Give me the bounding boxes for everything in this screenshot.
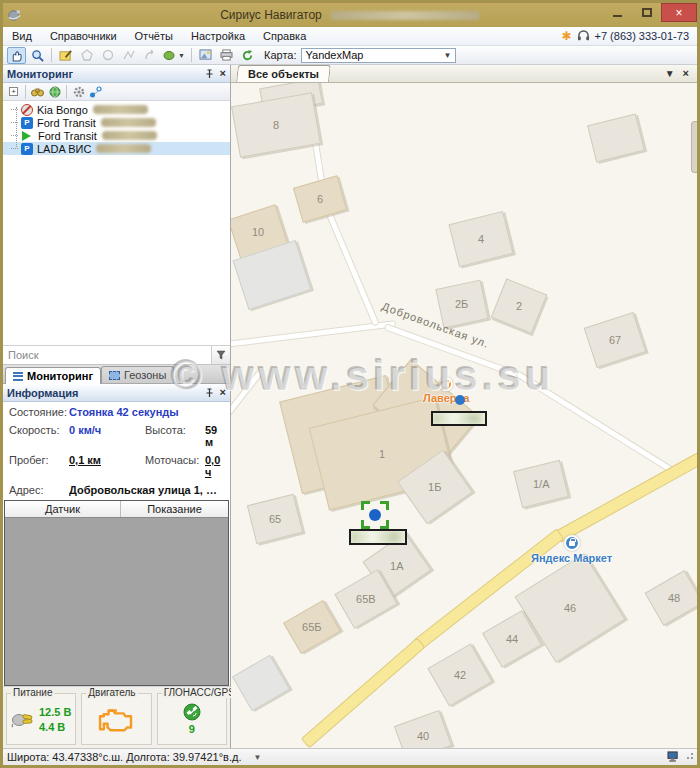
map-edit-icon bbox=[59, 49, 73, 62]
building-number: 67 bbox=[609, 334, 621, 346]
speed-value: 0 км/ч bbox=[69, 424, 145, 448]
map-building-65Б: 65Б bbox=[283, 600, 341, 654]
pan-tool-button[interactable] bbox=[7, 47, 26, 64]
building-number: 40 bbox=[417, 730, 429, 742]
tab-all-objects-label: Все объекты bbox=[248, 68, 319, 80]
tab-geozones[interactable]: Геозоны bbox=[101, 366, 174, 383]
vehicle-row[interactable]: Ford Transit bbox=[3, 129, 230, 142]
map-building-65: 65 bbox=[247, 494, 303, 544]
tree-settings-button[interactable] bbox=[70, 84, 87, 99]
zoom-tool-button[interactable] bbox=[28, 47, 47, 64]
pin-icon[interactable] bbox=[205, 388, 214, 398]
status-dropdown-icon[interactable]: ▼ bbox=[253, 753, 261, 762]
vehicle-plate-label[interactable] bbox=[431, 411, 487, 426]
column-sensor[interactable]: Датчик bbox=[5, 501, 121, 517]
poi-yandex-market-label: Яндекс Маркет bbox=[531, 552, 612, 564]
menu-bar: ВидСправочникиОтчётыНастройкаСправка ✱ +… bbox=[3, 27, 697, 46]
map-provider-select[interactable]: YandexMap ▼ bbox=[301, 48, 456, 63]
toolbar-separator bbox=[66, 85, 67, 99]
expand-icon: + bbox=[9, 87, 18, 96]
support-phone: +7 (863) 333-01-73 bbox=[595, 30, 689, 42]
vehicle-dot-marker[interactable] bbox=[455, 395, 465, 405]
building-number: 48 bbox=[668, 592, 680, 604]
building-number: 46 bbox=[564, 602, 576, 614]
mileage-label: Пробег: bbox=[9, 454, 69, 478]
map-building-40: 40 bbox=[394, 710, 452, 748]
hours-value-link[interactable]: 0,0 ч bbox=[205, 454, 224, 478]
tab-geozones-label: Геозоны bbox=[124, 369, 166, 381]
show-on-map-button[interactable] bbox=[46, 84, 63, 99]
save-map-image-button[interactable] bbox=[196, 47, 215, 64]
minimize-button[interactable] bbox=[603, 3, 632, 22]
vehicle-name: Kia Bongo bbox=[37, 104, 88, 116]
vehicle-status-icon-parked: P bbox=[21, 117, 33, 129]
expand-all-button[interactable]: + bbox=[5, 84, 22, 99]
state-value: Стоянка 42 секунды bbox=[69, 406, 224, 418]
main-toolbar: ▼ Карта: YandexMap ▼ bbox=[3, 46, 697, 65]
menu-item-отчёты[interactable]: Отчёты bbox=[126, 28, 182, 44]
vehicle-row[interactable]: PFord Transit bbox=[3, 116, 230, 129]
map-canvas[interactable]: 861042Б26711Б1/А651А65В65Б4644484240Добр… bbox=[231, 83, 697, 748]
maximize-button[interactable] bbox=[632, 3, 661, 22]
add-polyline-button[interactable] bbox=[119, 47, 138, 64]
vehicle-row[interactable]: PLADA ВИС bbox=[3, 142, 230, 155]
close-button[interactable]: × bbox=[661, 3, 697, 22]
print-button[interactable] bbox=[217, 47, 236, 64]
map-tab-close-icon[interactable]: × bbox=[683, 68, 689, 79]
gps-gauge-label: ГЛОНАСС/GPS bbox=[162, 687, 237, 698]
zone-style-dropdown[interactable]: ▼ bbox=[161, 47, 187, 64]
route-track-icon bbox=[89, 86, 102, 98]
menu-item-настройка[interactable]: Настройка bbox=[182, 28, 254, 44]
left-tabs: Мониторинг Геозоны bbox=[3, 365, 230, 384]
refresh-button[interactable] bbox=[238, 47, 257, 64]
building-number: 4 bbox=[478, 233, 484, 245]
selected-vehicle-marker[interactable] bbox=[361, 501, 389, 529]
add-route-zone-button[interactable] bbox=[140, 47, 159, 64]
altitude-value: 59 м bbox=[205, 424, 224, 448]
tab-list-dropdown-icon[interactable]: ▼ bbox=[665, 68, 675, 79]
sensors-table-header: Датчик Показание bbox=[5, 501, 228, 518]
green-zone-icon bbox=[163, 50, 177, 61]
map-building-48: 48 bbox=[645, 570, 697, 626]
monitoring-panel-header: Мониторинг × bbox=[3, 65, 230, 83]
poi-yandex-market[interactable]: Яндекс Маркет bbox=[531, 535, 612, 564]
panel-close-icon[interactable]: × bbox=[220, 68, 226, 79]
toolbar-separator bbox=[25, 85, 26, 99]
edit-map-button[interactable] bbox=[56, 47, 75, 64]
curve-icon bbox=[144, 49, 156, 61]
menu-item-справка[interactable]: Справка bbox=[254, 28, 315, 44]
menu-item-вид[interactable]: Вид bbox=[3, 28, 41, 44]
selection-bracket bbox=[361, 501, 370, 510]
resize-grip[interactable] bbox=[685, 753, 693, 761]
tab-all-objects[interactable]: Все объекты bbox=[236, 65, 331, 82]
mileage-value-link[interactable]: 0,1 км bbox=[69, 454, 145, 478]
search-filter-button[interactable] bbox=[211, 346, 230, 364]
tab-monitoring[interactable]: Мониторинг bbox=[5, 367, 101, 384]
add-circle-zone-button[interactable] bbox=[98, 47, 117, 64]
menu-item-справочники[interactable]: Справочники bbox=[41, 28, 126, 44]
filter-icon bbox=[216, 350, 226, 360]
find-vehicle-button[interactable] bbox=[29, 84, 46, 99]
title-bar[interactable]: Сириус Навигатор × bbox=[3, 3, 697, 27]
headset-icon[interactable] bbox=[577, 30, 590, 42]
alerts-icon[interactable]: ✱ bbox=[561, 29, 571, 43]
engine-icon bbox=[96, 704, 136, 734]
vehicle-plate-label[interactable] bbox=[349, 529, 407, 545]
vehicle-row[interactable]: Kia Bongo bbox=[3, 103, 230, 116]
connection-computer-icon[interactable] bbox=[667, 751, 680, 763]
building-number: 65 bbox=[269, 513, 281, 525]
pin-icon[interactable] bbox=[205, 69, 214, 79]
add-polygon-button[interactable] bbox=[77, 47, 96, 64]
speed-label: Скорость: bbox=[9, 424, 69, 448]
panel-close-icon[interactable]: × bbox=[220, 387, 226, 398]
search-box[interactable]: Поиск bbox=[3, 345, 230, 365]
track-button[interactable] bbox=[87, 84, 104, 99]
column-reading[interactable]: Показание bbox=[121, 501, 228, 517]
selection-bracket bbox=[380, 520, 389, 529]
gauges-row: Питание 12.5 В 4.4 В Двигатель bbox=[3, 686, 230, 748]
polygon-icon bbox=[81, 49, 93, 61]
map-building-6: 6 bbox=[293, 175, 347, 222]
collapsed-panel-handle[interactable] bbox=[691, 121, 697, 173]
binoculars-icon bbox=[31, 87, 44, 97]
search-placeholder: Поиск bbox=[3, 349, 211, 361]
